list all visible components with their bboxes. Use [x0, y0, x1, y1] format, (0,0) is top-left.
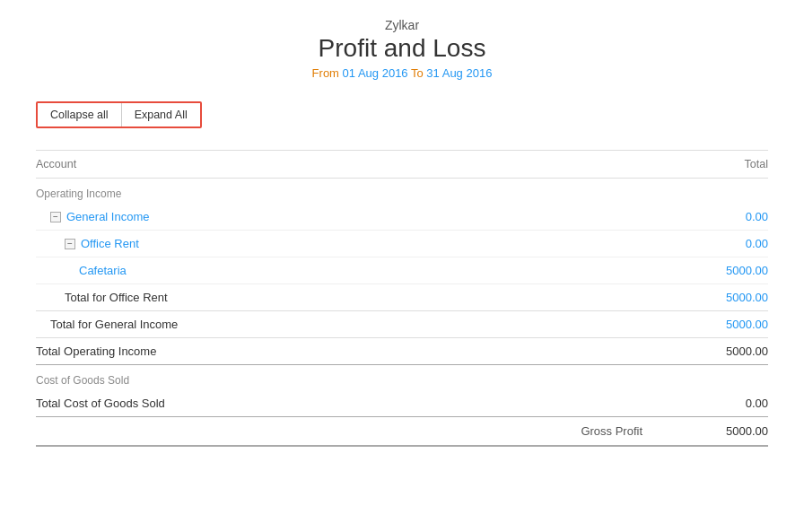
toolbar: Collapse all Expand All: [36, 101, 202, 128]
total-office-rent-label: Total for Office Rent: [65, 291, 168, 304]
date-from-prefix: From: [312, 66, 339, 80]
gross-profit-label: Gross Profit: [581, 424, 642, 438]
report-title: Profit and Loss: [36, 34, 768, 63]
report-header: Zylkar Profit and Loss From 01 Aug 2016 …: [36, 18, 768, 80]
row-cafetaria: Cafetaria 5000.00: [36, 257, 768, 284]
date-to-label: To: [411, 66, 424, 80]
general-income-value: 0.00: [678, 210, 768, 223]
office-rent-collapse-icon[interactable]: −: [65, 239, 75, 249]
total-cogs-label: Total Cost of Goods Sold: [36, 397, 165, 410]
date-to: 31 Aug 2016: [426, 66, 492, 80]
cafetaria-label[interactable]: Cafetaria: [79, 264, 127, 277]
row-gross-profit: Gross Profit 5000.00: [36, 417, 768, 447]
table-header: Account Total: [36, 150, 768, 179]
col-account: Account: [36, 158, 76, 170]
section-operating-income: Operating Income: [36, 179, 768, 204]
report-table: Account Total Operating Income − General…: [36, 150, 768, 447]
total-general-income-value: 5000.00: [678, 318, 768, 331]
general-income-label[interactable]: General Income: [66, 210, 150, 223]
col-total: Total: [745, 158, 768, 170]
section-cogs: Cost of Goods Sold: [36, 365, 768, 390]
date-from: 01 Aug 2016: [343, 66, 408, 80]
total-general-income-label: Total for General Income: [50, 318, 178, 331]
general-income-collapse-icon[interactable]: −: [50, 212, 61, 222]
row-total-office-rent: Total for Office Rent 5000.00: [36, 284, 768, 311]
row-office-rent: − Office Rent 0.00: [36, 231, 768, 257]
date-range: From 01 Aug 2016 To 31 Aug 2016: [36, 66, 768, 80]
expand-all-button[interactable]: Expand All: [122, 103, 200, 126]
total-cogs-value: 0.00: [678, 397, 768, 410]
row-total-operating-income: Total Operating Income 5000.00: [36, 338, 768, 365]
total-operating-income-label: Total Operating Income: [36, 344, 156, 358]
cafetaria-value: 5000.00: [678, 264, 768, 277]
company-name: Zylkar: [36, 18, 768, 32]
gross-profit-value: 5000.00: [678, 424, 768, 438]
office-rent-value: 0.00: [678, 237, 768, 250]
collapse-all-button[interactable]: Collapse all: [38, 103, 122, 126]
row-general-income: − General Income 0.00: [36, 204, 768, 231]
row-total-cogs: Total Cost of Goods Sold 0.00: [36, 390, 768, 417]
office-rent-label[interactable]: Office Rent: [81, 237, 139, 250]
page-container: Zylkar Profit and Loss From 01 Aug 2016 …: [0, 0, 804, 532]
total-office-rent-value: 5000.00: [678, 291, 768, 304]
row-total-general-income: Total for General Income 5000.00: [36, 311, 768, 338]
total-operating-income-value: 5000.00: [678, 344, 768, 358]
